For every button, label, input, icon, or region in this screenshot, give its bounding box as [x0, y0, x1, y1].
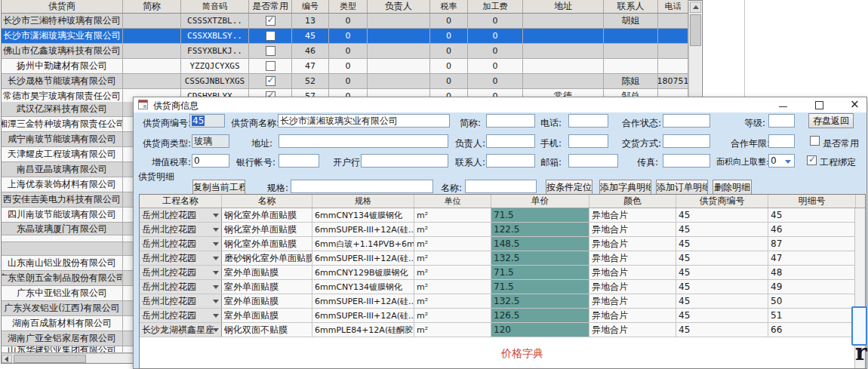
vat-input[interactable]: 0 — [192, 154, 229, 168]
fax-input[interactable] — [663, 154, 710, 168]
coop-years-input[interactable] — [768, 134, 795, 148]
project-combo-cell[interactable]: 长沙龙湖祺鑫星座 — [140, 323, 222, 337]
supplier-row[interactable]: 长沙市三湘特种玻璃有限公司CSSSXTZBL..13000胡姐 — [2, 14, 688, 29]
supplier-cell — [523, 29, 604, 43]
manager-input[interactable] — [486, 134, 535, 148]
common-flag-checkbox[interactable] — [266, 16, 275, 26]
supplier-row[interactable]: 长沙市潇湘玻璃实业有限公司CSSXXBLSY..45000 — [2, 29, 688, 44]
supplier-row[interactable]: 武汉亿深科技有限公司 — [2, 102, 133, 117]
common-flag-checkbox[interactable] — [266, 31, 275, 41]
detail-row[interactable]: 岳州北控花园钢化室外单面贴膜6mmCNY134镀膜钢化m²71.5异地合片454… — [140, 208, 865, 223]
coop-status-input[interactable] — [663, 114, 710, 128]
supplier-row[interactable]: 东晶玻璃厦门有限公司 — [2, 223, 133, 235]
detail-cell: 6mm白玻+1.14PVB+6mm... — [312, 237, 414, 251]
supplier-row[interactable]: 天津耀皮工程玻璃有限公司 — [2, 147, 133, 162]
supplier-row[interactable]: 咸宁南玻节能玻璃有限公司 — [2, 132, 133, 147]
detail-row[interactable]: 岳州北控花园室外单面贴膜6mmCNY134镀膜钢化m²71.5异地合片4549 — [140, 280, 865, 294]
bank-account-input[interactable] — [279, 154, 319, 168]
supplier-cell: FSSYXBLKJ.. — [181, 44, 249, 58]
detail-cell: m² — [414, 323, 491, 337]
detail-row[interactable]: 长沙龙湖祺鑫星座钢化双面不贴膜6mmPLE84+12A(硅酮胶...m²120异… — [140, 323, 865, 337]
detail-row[interactable]: 岳州北控花园室外单面贴膜6mmSUPER-III+12A(硅...m²132.5… — [140, 294, 865, 309]
project-combo-cell[interactable]: 岳州北控花园 — [140, 251, 222, 265]
supplier-cell — [604, 59, 658, 73]
vertical-scroll-thumb[interactable] — [690, 14, 701, 46]
detail-row[interactable]: 岳州北控花园室外单面贴膜6mmCNY129B镀膜钢化m²71.5异地合片4548 — [140, 266, 865, 280]
close-icon[interactable] — [841, 97, 868, 112]
address-input[interactable] — [279, 134, 448, 148]
project-combo-cell[interactable]: 岳州北控花园 — [140, 266, 222, 279]
project-combo-cell[interactable]: 岳州北控花园 — [140, 280, 222, 294]
supplier-row[interactable]: 上海优泰装饰材料有限公司 — [2, 177, 133, 192]
supplier-name-input[interactable]: 长沙市潇湘玻璃实业有限公司 — [278, 114, 450, 128]
supplier-row[interactable]: 四川南玻节能玻璃有限公司 — [2, 208, 133, 223]
supplier-row[interactable]: 长沙晟格节能玻璃有限公司CSSGJNBLYXGS52000陈姐180751 — [2, 74, 688, 89]
detail-row[interactable]: 岳州北控花园钢化室外单面贴膜6mm白玻+1.14PVB+6mm...m²148.… — [140, 237, 865, 251]
supplier-row[interactable]: 西安佳吉美电力科技有限公司 — [2, 192, 133, 208]
detail-cell: 钢化室外单面贴膜 — [222, 223, 312, 236]
locate-by-condition-button[interactable]: 按条件定位 — [546, 180, 593, 195]
name-filter-input[interactable] — [465, 180, 537, 193]
chevron-down-icon[interactable] — [213, 242, 219, 246]
scroll-up-icon[interactable] — [690, 2, 701, 13]
chevron-down-icon[interactable] — [213, 300, 219, 303]
supplier-cell — [249, 59, 292, 73]
supplier-row[interactable]: 湘潭三金特种玻璃有限责任公司 — [2, 117, 133, 132]
supplier-row[interactable]: 南昌亚晶玻璃有限公司 — [2, 162, 133, 177]
supplier-row[interactable]: 佛山市亿鑫玻璃科技有限公司FSSYXBLKJ..46000 — [2, 44, 688, 59]
copy-current-project-button[interactable]: 复制当前工程 — [192, 180, 245, 195]
chevron-down-icon[interactable] — [213, 285, 219, 289]
detail-row[interactable]: 岳州北控花园室外单面贴膜6mmSUPER-III+12A(硅...m²126.5… — [140, 309, 865, 323]
maximize-icon[interactable] — [805, 97, 833, 112]
supplier-row[interactable]: 山东华建铝业集团有限公司 — [2, 346, 133, 353]
detail-row[interactable]: 岳州北控花园钢化室外单面贴膜6mmSUPER-III+12A(硅...m²122… — [140, 223, 865, 237]
supplier-no-input[interactable]: 45 — [189, 114, 225, 128]
minimize-icon[interactable] — [770, 97, 797, 112]
chevron-down-icon[interactable] — [213, 214, 219, 217]
supplier-cell: 0 — [468, 59, 523, 73]
delete-detail-button[interactable]: 删除明细 — [713, 180, 752, 195]
add-dictionary-detail-button[interactable]: 添加字典明细 — [599, 180, 651, 195]
common-flag-checkbox[interactable] — [266, 76, 275, 86]
chevron-down-icon[interactable] — [213, 257, 219, 260]
chevron-down-icon[interactable] — [213, 314, 219, 318]
phone-input[interactable] — [568, 114, 608, 128]
dialog-titlebar[interactable]: 供货商信息 — [134, 97, 866, 112]
supplier-row[interactable]: 广东中亚铝业有限公司 — [2, 286, 133, 301]
project-binding-checkbox[interactable] — [807, 155, 817, 165]
project-combo-cell[interactable]: 岳州北控花园 — [140, 237, 222, 251]
scroll-left-icon[interactable] — [2, 355, 12, 363]
supplier-row[interactable] — [2, 235, 133, 242]
supplier-row[interactable]: 广东坚朗五金制品股份有限公司 — [2, 271, 133, 286]
detail-row[interactable]: 岳州北控花园磨砂钢化室外单面贴膜6mmSUPER-III+12A(硅...m²1… — [140, 251, 865, 266]
horizontal-scroll-thumb[interactable] — [14, 355, 86, 363]
save-return-button[interactable]: 存盘返回 — [808, 113, 854, 128]
spec-filter-input[interactable] — [291, 180, 433, 193]
supplier-row[interactable] — [2, 242, 133, 256]
supplier-row[interactable]: 扬州中勤建材有限公司YZZQJCYXGS47000 — [2, 59, 688, 74]
common-use-checkbox[interactable] — [810, 136, 820, 146]
project-combo-cell[interactable]: 岳州北控花园 — [140, 208, 222, 222]
grade-input[interactable] — [768, 114, 795, 128]
add-order-detail-button[interactable]: 添加订单明细 — [656, 180, 708, 195]
common-flag-checkbox[interactable] — [266, 46, 275, 56]
chevron-down-icon[interactable] — [213, 228, 219, 232]
chevron-down-icon[interactable] — [213, 271, 219, 275]
supplier-row[interactable]: 湖南百成新材料有限公司 — [2, 316, 133, 331]
mobile-input[interactable] — [568, 134, 608, 148]
supplier-row[interactable]: 湖南广亚全铝家居有限公司 — [2, 331, 133, 346]
common-flag-checkbox[interactable] — [266, 61, 275, 71]
email-input[interactable] — [568, 154, 618, 168]
chevron-down-icon[interactable] — [213, 328, 219, 332]
bank-input[interactable] — [361, 154, 448, 168]
supplier-row[interactable]: 山东南山铝业股份有限公司 — [2, 256, 133, 271]
project-combo-cell[interactable]: 岳州北控花园 — [140, 294, 222, 308]
abbr-input[interactable] — [486, 114, 535, 128]
delivery-input[interactable] — [663, 134, 710, 148]
project-combo-cell[interactable]: 岳州北控花园 — [140, 309, 222, 322]
supplier-type-input[interactable]: 玻璃 — [192, 134, 229, 148]
project-combo-cell[interactable]: 岳州北控花园 — [140, 223, 222, 236]
contact-input[interactable] — [486, 154, 535, 168]
supplier-row[interactable]: 广东兴发铝业(江西)有限公司 — [2, 301, 133, 316]
round-up-dropdown[interactable]: 0 — [768, 154, 795, 168]
